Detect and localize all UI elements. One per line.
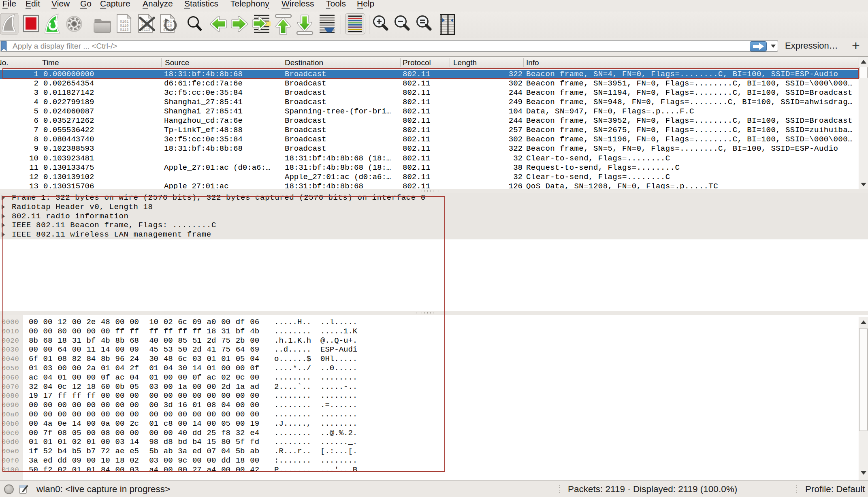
svg-text:0110: 0110 (120, 24, 129, 28)
svg-text:0101: 0101 (120, 20, 129, 24)
svg-text:0113: 0113 (120, 28, 129, 32)
